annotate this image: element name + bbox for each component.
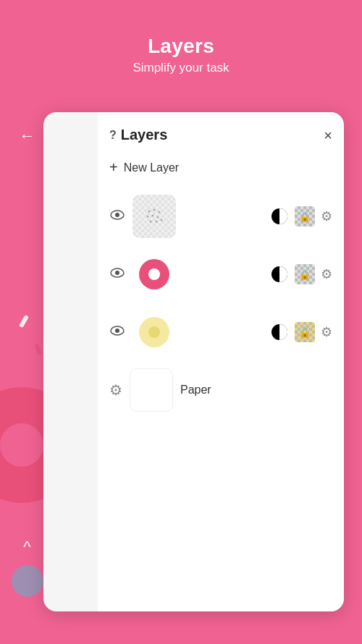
new-layer-label: New Layer (124, 161, 179, 174)
paper-row: ⚙ Paper (109, 363, 332, 418)
lock-icon[interactable]: 🔒 (295, 264, 315, 284)
lock-symbol: 🔒 (299, 269, 311, 280)
donut-hole (148, 268, 160, 280)
svg-point-9 (156, 221, 158, 223)
plus-icon: + (109, 159, 118, 176)
svg-point-1 (115, 213, 119, 217)
svg-point-6 (152, 215, 154, 217)
help-icon[interactable]: ? (109, 129, 117, 142)
svg-point-7 (157, 216, 159, 219)
panel-title: Layers (121, 127, 168, 143)
blend-mode-icon[interactable] (270, 265, 289, 284)
layer-row: 🔒 ⚙ (109, 247, 332, 302)
lock-icon[interactable]: 🔓 (295, 322, 315, 342)
svg-point-2 (148, 211, 151, 213)
main-panel: ? Layers × + New Layer (43, 112, 344, 611)
panel-header: ? Layers × (109, 127, 332, 143)
donut-hole (148, 326, 160, 338)
layer-row: 🔓 ⚙ (109, 305, 332, 360)
settings-icon[interactable]: ⚙ (321, 208, 332, 224)
dots-preview (143, 206, 165, 227)
header-section: Layers Simplify your task (0, 0, 362, 97)
header-subtitle: Simplify your task (0, 61, 362, 75)
lock-icon[interactable]: 🔒 (295, 206, 315, 226)
layer-thumbnail (132, 310, 176, 354)
layer-thumbnail (132, 253, 176, 296)
chevron-up-icon[interactable]: ^ (23, 538, 30, 556)
svg-point-4 (159, 211, 161, 213)
layer-controls: 🔓 ⚙ (270, 322, 332, 342)
settings-icon[interactable]: ⚙ (321, 324, 332, 340)
svg-point-10 (161, 219, 163, 221)
paper-thumbnail (130, 368, 173, 412)
svg-point-16 (115, 329, 119, 333)
paper-settings-icon[interactable]: ⚙ (109, 381, 122, 399)
svg-point-8 (150, 221, 152, 223)
blend-mode-icon[interactable] (270, 207, 289, 226)
lock-symbol: 🔓 (299, 327, 311, 338)
settings-icon[interactable]: ⚙ (321, 266, 332, 282)
back-button[interactable]: ← (20, 127, 35, 145)
svg-point-13 (115, 271, 119, 275)
lock-symbol: 🔒 (299, 211, 311, 222)
layer-controls: 🔒 ⚙ (270, 264, 332, 284)
panel-title-row: ? Layers (109, 127, 167, 143)
svg-point-3 (153, 209, 156, 211)
close-button[interactable]: × (324, 128, 332, 143)
svg-point-5 (147, 216, 149, 218)
paper-label: Paper (180, 384, 211, 397)
header-title: Layers (0, 35, 362, 58)
donut-yellow (139, 317, 169, 347)
panel-content: ? Layers × + New Layer (98, 112, 344, 611)
layer-row: 🔒 ⚙ (109, 189, 332, 244)
donut-pink (139, 259, 169, 289)
blend-mode-icon[interactable] (270, 323, 289, 342)
visibility-toggle[interactable] (109, 326, 125, 339)
visibility-toggle[interactable] (109, 268, 125, 281)
avatar (12, 565, 43, 597)
layer-controls: 🔒 ⚙ (270, 206, 332, 226)
visibility-toggle[interactable] (109, 210, 125, 223)
new-layer-button[interactable]: + New Layer (109, 156, 332, 179)
layer-thumbnail (132, 195, 176, 238)
